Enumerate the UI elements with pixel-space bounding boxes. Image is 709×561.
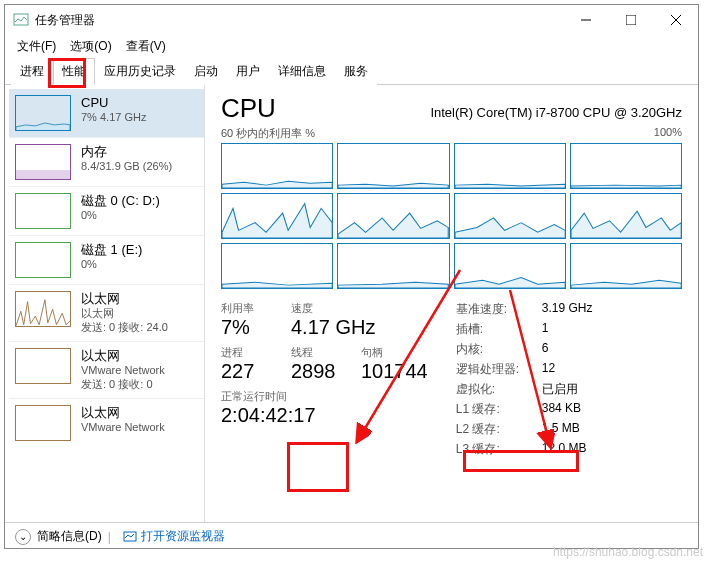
tabs: 进程 性能 应用历史记录 启动 用户 详细信息 服务: [5, 57, 698, 85]
sidebar-item-ethernet2[interactable]: 以太网VMware Network: [9, 398, 204, 447]
stat-val: 384 KB: [542, 401, 581, 418]
menu-file[interactable]: 文件(F): [13, 36, 60, 57]
stat-val: 12.0 MB: [542, 441, 587, 458]
monitor-icon: [123, 530, 137, 544]
sidebar-sub: 8.4/31.9 GB (26%): [81, 160, 172, 174]
stat-key: 基准速度:: [456, 301, 530, 318]
sidebar[interactable]: CPU7% 4.17 GHz 内存8.4/31.9 GB (26%) 磁盘 0 …: [5, 85, 205, 522]
uptime-label: 正常运行时间: [221, 389, 428, 404]
svg-rect-2: [626, 15, 636, 25]
sidebar-label: 内存: [81, 144, 172, 160]
content: CPU7% 4.17 GHz 内存8.4/31.9 GB (26%) 磁盘 0 …: [5, 85, 698, 522]
sidebar-label: 以太网: [81, 348, 165, 364]
stats-area: 利用率7% 速度4.17 GHz 进程227 线程2898 句柄101744 正…: [221, 301, 682, 461]
svg-rect-5: [16, 170, 70, 180]
tab-startup[interactable]: 启动: [185, 58, 227, 85]
sidebar-sub: VMware Network: [81, 421, 165, 435]
cpu-core-chart: [570, 243, 682, 289]
sidebar-item-disk0[interactable]: 磁盘 0 (C: D:)0%: [9, 186, 204, 235]
watermark: https://shuhao.blog.csdn.net: [553, 545, 703, 559]
stat-val: 已启用: [542, 381, 578, 398]
net-thumb: [15, 405, 71, 441]
chart-label-right: 100%: [654, 126, 682, 141]
sidebar-item-disk1[interactable]: 磁盘 1 (E:)0%: [9, 235, 204, 284]
cpu-core-chart: [454, 143, 566, 189]
net-thumb: [15, 291, 71, 327]
stat-label: 进程: [221, 345, 273, 360]
tab-details[interactable]: 详细信息: [269, 58, 335, 85]
stat-val: 12: [542, 361, 555, 378]
sidebar-label: 以太网: [81, 291, 168, 307]
uptime-value: 2:04:42:17: [221, 404, 428, 427]
resource-monitor-link[interactable]: 打开资源监视器: [123, 528, 225, 545]
expand-chevron-icon[interactable]: ⌄: [15, 529, 31, 545]
stat-key: 内核:: [456, 341, 530, 358]
stat-key: 插槽:: [456, 321, 530, 338]
app-icon: [13, 12, 29, 28]
sidebar-sub: 0%: [81, 258, 142, 272]
tab-history[interactable]: 应用历史记录: [95, 58, 185, 85]
stat-label: 速度: [291, 301, 375, 316]
cpu-core-chart: [337, 243, 449, 289]
menubar: 文件(F) 选项(O) 查看(V): [5, 35, 698, 57]
sidebar-item-ethernet1[interactable]: 以太网VMware Network 发送: 0 接收: 0: [9, 341, 204, 398]
stat-value: 7%: [221, 316, 273, 339]
task-manager-window: 任务管理器 文件(F) 选项(O) 查看(V) 进程 性能 应用历史记录 启动 …: [4, 4, 699, 549]
stat-label: 句柄: [361, 345, 428, 360]
cpu-model: Intel(R) Core(TM) i7-8700 CPU @ 3.20GHz: [430, 105, 682, 120]
cpu-chart-grid[interactable]: [221, 143, 682, 289]
page-title: CPU: [221, 93, 276, 124]
memory-thumb: [15, 144, 71, 180]
window-controls: [563, 5, 698, 35]
stat-value: 101744: [361, 360, 428, 383]
sidebar-label: CPU: [81, 95, 146, 111]
stat-val: 1: [542, 321, 549, 338]
sidebar-label: 以太网: [81, 405, 165, 421]
sidebar-sub: 7% 4.17 GHz: [81, 111, 146, 125]
main-panel: CPU Intel(R) Core(TM) i7-8700 CPU @ 3.20…: [205, 85, 698, 522]
brief-info-link[interactable]: 简略信息(D): [37, 528, 102, 545]
stat-val: 3.19 GHz: [542, 301, 593, 318]
cpu-thumb: [15, 95, 71, 131]
disk-thumb: [15, 242, 71, 278]
stat-label: 线程: [291, 345, 343, 360]
menu-view[interactable]: 查看(V): [122, 36, 170, 57]
cpu-core-chart: [570, 193, 682, 239]
stat-value: 2898: [291, 360, 343, 383]
sidebar-sub: 以太网 发送: 0 接收: 24.0: [81, 307, 168, 335]
stat-key: 逻辑处理器:: [456, 361, 530, 378]
menu-options[interactable]: 选项(O): [66, 36, 115, 57]
stat-val: 1.5 MB: [542, 421, 580, 438]
cpu-core-chart: [337, 193, 449, 239]
stat-value: 227: [221, 360, 273, 383]
chart-label-left: 60 秒内的利用率 %: [221, 126, 315, 141]
sidebar-label: 磁盘 0 (C: D:): [81, 193, 160, 209]
tab-services[interactable]: 服务: [335, 58, 377, 85]
close-button[interactable]: [653, 5, 698, 35]
tab-users[interactable]: 用户: [227, 58, 269, 85]
sidebar-item-cpu[interactable]: CPU7% 4.17 GHz: [9, 89, 204, 137]
sidebar-sub: 0%: [81, 209, 160, 223]
stat-key: 虚拟化:: [456, 381, 530, 398]
cpu-core-chart: [454, 243, 566, 289]
cpu-core-chart: [337, 143, 449, 189]
stat-value: 4.17 GHz: [291, 316, 375, 339]
stat-key: L2 缓存:: [456, 421, 530, 438]
sidebar-item-memory[interactable]: 内存8.4/31.9 GB (26%): [9, 137, 204, 186]
sidebar-sub: VMware Network 发送: 0 接收: 0: [81, 364, 165, 392]
stat-key: L3 缓存:: [456, 441, 530, 458]
stat-key: L1 缓存:: [456, 401, 530, 418]
separator: |: [108, 530, 111, 544]
maximize-button[interactable]: [608, 5, 653, 35]
tab-processes[interactable]: 进程: [11, 58, 53, 85]
sidebar-label: 磁盘 1 (E:): [81, 242, 142, 258]
tab-performance[interactable]: 性能: [53, 58, 95, 85]
sidebar-item-ethernet0[interactable]: 以太网以太网 发送: 0 接收: 24.0: [9, 284, 204, 341]
cpu-core-chart: [221, 193, 333, 239]
minimize-button[interactable]: [563, 5, 608, 35]
disk-thumb: [15, 193, 71, 229]
stat-label: 利用率: [221, 301, 273, 316]
cpu-core-chart: [570, 143, 682, 189]
titlebar[interactable]: 任务管理器: [5, 5, 698, 35]
window-title: 任务管理器: [35, 12, 563, 29]
